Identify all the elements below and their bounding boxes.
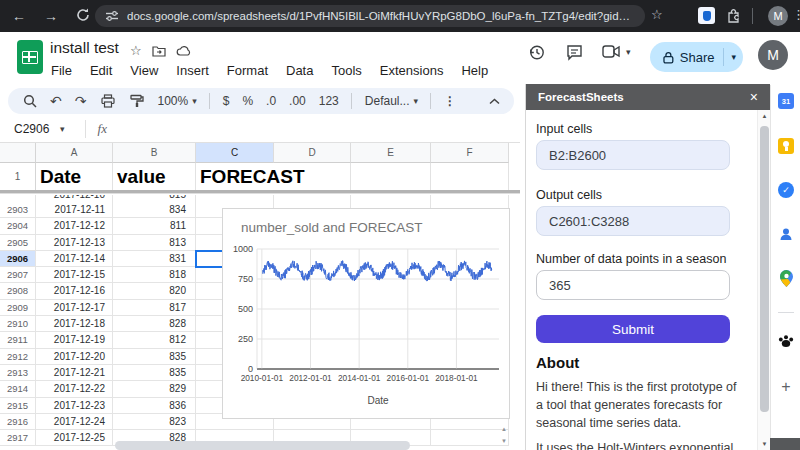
cell-empty[interactable] <box>274 195 351 202</box>
cell-empty[interactable] <box>351 163 431 190</box>
menu-view[interactable]: View <box>121 61 167 80</box>
add-icon[interactable]: + <box>771 378 800 396</box>
comment-icon[interactable] <box>566 44 583 61</box>
row-number[interactable]: 2906 <box>0 251 36 267</box>
font-select[interactable]: Defaul... ▾ <box>365 94 418 108</box>
header-cell-date[interactable]: Date <box>36 163 113 190</box>
menu-tools[interactable]: Tools <box>322 61 370 80</box>
menu-extensions[interactable]: Extensions <box>371 61 453 80</box>
menu-edit[interactable]: Edit <box>81 61 121 80</box>
cell-value[interactable]: 831 <box>113 251 196 267</box>
cell-date[interactable]: 2017-12-23 <box>36 398 113 414</box>
cell-date[interactable]: 2017-12-21 <box>36 365 113 381</box>
cell-value[interactable]: 828 <box>113 316 196 332</box>
cell-date[interactable]: 2017-12-22 <box>36 381 113 397</box>
cell-value[interactable]: 820 <box>113 283 196 299</box>
cell-empty[interactable] <box>431 195 509 202</box>
print-icon[interactable] <box>101 94 115 108</box>
row-number[interactable]: 2915 <box>0 398 36 414</box>
hide-menus-icon[interactable] <box>489 98 500 105</box>
cell-date[interactable]: 2017-12-25 <box>36 430 113 446</box>
name-box[interactable]: C2906 <box>14 122 60 136</box>
cell-value[interactable]: 815 <box>113 195 196 202</box>
cell-value[interactable]: 834 <box>113 202 196 218</box>
currency-format-button[interactable]: $ <box>223 94 230 108</box>
cell-value[interactable]: 817 <box>113 300 196 316</box>
scrollbar-thumb[interactable] <box>760 126 769 412</box>
column-header-f[interactable]: F <box>431 143 509 163</box>
row-number[interactable]: 1 <box>0 163 36 190</box>
cell-value[interactable]: 818 <box>113 267 196 283</box>
season-points-field[interactable]: 365 <box>536 270 730 300</box>
cell-date[interactable]: 2017-12-24 <box>36 414 113 430</box>
cell-date[interactable]: 2017-12-20 <box>36 349 113 365</box>
row-number[interactable]: 2907 <box>0 267 36 283</box>
paint-format-icon[interactable] <box>130 94 144 108</box>
row-number[interactable]: 2909 <box>0 300 36 316</box>
account-avatar[interactable]: M <box>758 40 788 70</box>
keep-icon[interactable] <box>771 138 800 154</box>
percent-format-button[interactable]: % <box>242 94 253 108</box>
refresh-icon[interactable] <box>76 8 90 22</box>
row-number[interactable]: 2911 <box>0 332 36 348</box>
cell-value[interactable]: 811 <box>113 218 196 234</box>
extensions-puzzle-icon[interactable] <box>726 8 741 23</box>
cell-date[interactable]: 2017-12-19 <box>36 332 113 348</box>
horizontal-scrollbar-thumb[interactable] <box>115 441 410 450</box>
header-cell-forecast[interactable]: FORECAST <box>196 163 274 190</box>
name-box-dropdown-icon[interactable]: ▾ <box>60 124 65 134</box>
document-title[interactable]: install test <box>50 39 119 57</box>
cell-date[interactable]: 2017-12-11 <box>36 202 113 218</box>
column-header-a[interactable]: A <box>36 143 113 163</box>
column-header-c[interactable]: C <box>196 143 274 163</box>
tasks-icon[interactable]: ✓ <box>771 182 800 198</box>
back-icon[interactable]: ← <box>12 7 26 25</box>
move-folder-icon[interactable] <box>152 45 166 57</box>
frozen-row-divider[interactable] <box>0 190 520 194</box>
paw-extension-icon[interactable] <box>771 333 800 348</box>
cell-date[interactable]: 2017-12-17 <box>36 300 113 316</box>
share-dropdown-icon[interactable]: ▾ <box>731 52 736 62</box>
embedded-chart[interactable]: number_sold and FORECAST 025050075010002… <box>222 208 510 419</box>
row-number[interactable]: 2910 <box>0 316 36 332</box>
version-history-icon[interactable] <box>528 44 545 61</box>
page-scrollbar-corner[interactable] <box>770 438 800 450</box>
column-header-d[interactable]: D <box>274 143 351 163</box>
cell-value[interactable]: 835 <box>113 365 196 381</box>
undo-icon[interactable]: ↶ <box>50 93 62 109</box>
maps-icon[interactable] <box>771 270 800 287</box>
share-button[interactable]: Share ▾ <box>650 42 743 72</box>
row-number[interactable]: 2914 <box>0 381 36 397</box>
cell-empty[interactable] <box>431 430 509 446</box>
row-number[interactable]: 2905 <box>0 235 36 251</box>
cell-date[interactable]: 2017-12-14 <box>36 251 113 267</box>
cell-value[interactable]: 829 <box>113 381 196 397</box>
row-number[interactable]: 2916 <box>0 414 36 430</box>
select-all-corner[interactable] <box>0 143 36 163</box>
frozen-header-row[interactable]: 1 Date value FORECAST <box>0 163 509 190</box>
close-icon[interactable]: × <box>750 89 758 105</box>
site-info-icon[interactable] <box>105 9 119 23</box>
meet-camera-icon[interactable] <box>602 44 621 59</box>
cell-date[interactable]: 2017-12-15 <box>36 267 113 283</box>
forward-icon[interactable]: → <box>44 7 58 25</box>
cell-date[interactable]: 2017-12-13 <box>36 235 113 251</box>
cell-value[interactable]: 823 <box>113 414 196 430</box>
menu-file[interactable]: File <box>42 61 81 80</box>
browser-menu-icon[interactable]: ⋮ <box>792 7 800 22</box>
cell-date[interactable]: 2017-12-18 <box>36 316 113 332</box>
scroll-up-icon[interactable]: ▲ <box>501 426 507 432</box>
menu-insert[interactable]: Insert <box>167 61 218 80</box>
column-header-e[interactable]: E <box>351 143 431 163</box>
number-format-button[interactable]: 123 <box>319 94 339 108</box>
input-cells-field[interactable]: B2:B2600 <box>536 140 730 170</box>
password-extension-icon[interactable] <box>698 7 715 24</box>
browser-profile-avatar[interactable]: M <box>768 6 788 26</box>
output-cells-field[interactable]: C2601:C3288 <box>536 206 730 236</box>
cell-empty[interactable] <box>196 195 274 202</box>
star-document-icon[interactable]: ☆ <box>130 43 142 58</box>
menu-format[interactable]: Format <box>218 61 277 80</box>
menu-data[interactable]: Data <box>277 61 322 80</box>
cell-date[interactable]: 2017-12-16 <box>36 283 113 299</box>
zoom-select[interactable]: 100% ▾ <box>157 94 196 108</box>
